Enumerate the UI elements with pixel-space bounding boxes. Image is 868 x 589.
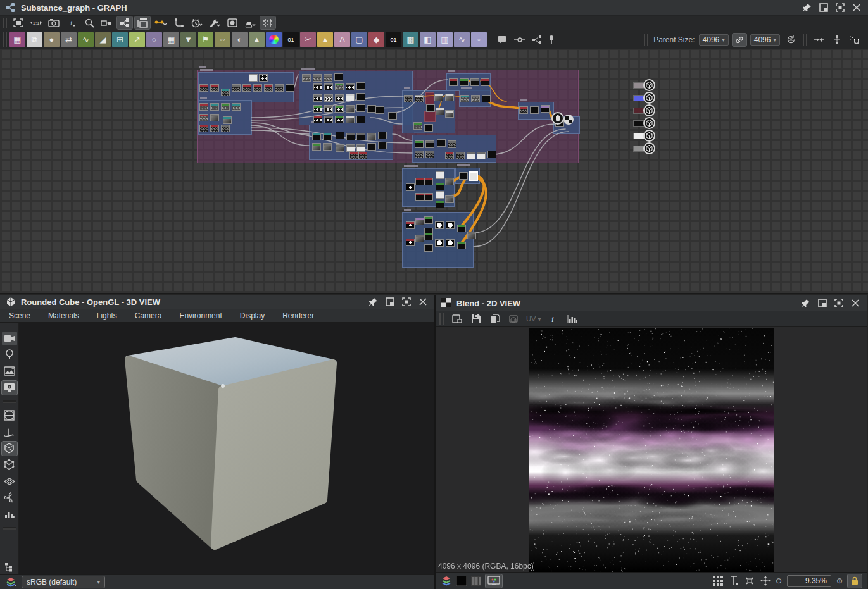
- layers-view-icon[interactable]: [135, 16, 150, 29]
- graph-node[interactable]: [404, 95, 413, 102]
- link-dot-dropdown-icon[interactable]: [153, 16, 169, 29]
- link-size-icon[interactable]: [733, 34, 746, 46]
- sphere-node[interactable]: ◐: [232, 32, 248, 47]
- dot-link-icon[interactable]: [513, 37, 526, 43]
- color-layers-icon[interactable]: [5, 576, 16, 588]
- parent-size-height-select[interactable]: 4096▾: [750, 34, 780, 46]
- graph-node[interactable]: [436, 171, 444, 179]
- graph-node[interactable]: [445, 110, 454, 118]
- menu-camera[interactable]: Camera: [126, 311, 171, 320]
- graph-view-icon[interactable]: [117, 16, 132, 29]
- graph-node[interactable]: [324, 83, 333, 90]
- graph-node[interactable]: [415, 151, 424, 158]
- slope-blur-node[interactable]: ▲: [249, 32, 265, 47]
- graph-node[interactable]: [456, 152, 465, 159]
- save-icon[interactable]: [469, 313, 483, 325]
- dot-node[interactable]: ◦◦: [215, 32, 230, 47]
- frame-select-icon[interactable]: [11, 16, 26, 29]
- graph-node[interactable]: [312, 133, 321, 140]
- scene-tree-icon[interactable]: [2, 561, 17, 574]
- info-icon[interactable]: i: [546, 313, 560, 325]
- graph-node[interactable]: [415, 178, 424, 185]
- graph-canvas[interactable]: [0, 49, 868, 293]
- graph-node[interactable]: [336, 144, 344, 152]
- material-output-node[interactable]: [633, 143, 656, 154]
- monitorrgb-icon[interactable]: [486, 574, 502, 588]
- graph-node[interactable]: [221, 125, 230, 132]
- graph-node[interactable]: [367, 133, 376, 140]
- warp-node[interactable]: ◢: [95, 32, 111, 47]
- duplicate-view-icon[interactable]: [450, 313, 464, 325]
- graph-node[interactable]: [223, 116, 232, 124]
- blend-node-selected[interactable]: [469, 171, 478, 181]
- graph-node[interactable]: [415, 140, 424, 148]
- graph-node[interactable]: [471, 95, 480, 102]
- graph-node[interactable]: [413, 122, 422, 130]
- graph-node[interactable]: [210, 103, 219, 111]
- quantize-node[interactable]: 01: [283, 32, 299, 47]
- graph-node[interactable]: [356, 82, 365, 90]
- graph-node[interactable]: [335, 116, 344, 123]
- magnet-snap-icon[interactable]: [848, 34, 862, 46]
- wire-sphere-icon[interactable]: [2, 409, 17, 423]
- transform-node[interactable]: ⊞: [112, 32, 128, 47]
- toolbar-grip[interactable]: [644, 34, 648, 46]
- menu-display[interactable]: Display: [231, 311, 274, 320]
- graph-node[interactable]: [313, 116, 322, 123]
- graph-node[interactable]: [424, 124, 433, 132]
- zoom-search-icon[interactable]: [82, 16, 97, 29]
- graph-node[interactable]: [436, 183, 444, 190]
- graph-node[interactable]: [242, 84, 251, 92]
- crop-node[interactable]: ▢: [351, 32, 367, 47]
- graph-node[interactable]: [346, 133, 355, 140]
- tile-sampler-node[interactable]: ▦: [163, 32, 179, 47]
- graph-node[interactable]: [286, 84, 294, 92]
- curve-node[interactable]: ∿: [78, 32, 94, 47]
- graph-node[interactable]: [367, 105, 376, 113]
- colorlayers-icon[interactable]: [441, 575, 452, 586]
- graph-node[interactable]: [436, 201, 444, 208]
- text-node[interactable]: A: [334, 32, 350, 47]
- display-settings-icon[interactable]: [2, 381, 17, 395]
- graph-node[interactable]: [249, 74, 258, 82]
- graph-node[interactable]: [425, 151, 434, 158]
- stripeswatch-icon[interactable]: [471, 576, 481, 586]
- graph-node[interactable]: [477, 152, 486, 159]
- graph-node[interactable]: [324, 94, 333, 102]
- graph-node[interactable]: [324, 116, 333, 123]
- shuffle-node[interactable]: ⇄: [61, 32, 77, 47]
- scissors-node[interactable]: ✂: [300, 32, 316, 47]
- graph-node[interactable]: [335, 105, 344, 113]
- graph-node[interactable]: [264, 84, 273, 92]
- graph-node[interactable]: [335, 83, 344, 90]
- info-dropdown-icon[interactable]: i: [64, 16, 79, 29]
- plane-icon[interactable]: [2, 474, 17, 488]
- graph-node[interactable]: [378, 132, 387, 139]
- graph-node[interactable]: [346, 83, 355, 90]
- graph-node[interactable]: [437, 139, 446, 147]
- fx-map-node[interactable]: 01: [386, 32, 401, 47]
- graph-node[interactable]: [367, 143, 376, 151]
- comment-bubble-icon[interactable]: [497, 35, 507, 44]
- grayscale-node[interactable]: ◧: [420, 32, 436, 47]
- graph-node[interactable]: [313, 94, 322, 102]
- graph-node[interactable]: [199, 114, 208, 121]
- graph-node[interactable]: [375, 106, 384, 114]
- pin-icon[interactable]: [367, 295, 380, 308]
- graph-node[interactable]: [415, 218, 424, 225]
- graph-node[interactable]: [335, 94, 344, 102]
- maximize-icon[interactable]: [834, 1, 846, 14]
- pin-icon[interactable]: [800, 297, 812, 309]
- graph-node[interactable]: [324, 74, 332, 82]
- directional-warp-node[interactable]: ↗: [129, 32, 145, 47]
- cleaner-dropdown-icon[interactable]: [242, 16, 258, 29]
- blend-adjust-node[interactable]: ▫: [471, 32, 487, 47]
- graph-node[interactable]: [275, 84, 284, 92]
- close-icon[interactable]: [849, 297, 862, 309]
- graph-node[interactable]: [232, 84, 241, 92]
- panmove-icon[interactable]: [760, 576, 771, 586]
- graph-node[interactable]: [435, 239, 444, 247]
- light-bulb-icon[interactable]: [2, 348, 17, 362]
- float-window-icon[interactable]: [816, 297, 829, 309]
- material-output-node[interactable]: [633, 80, 656, 91]
